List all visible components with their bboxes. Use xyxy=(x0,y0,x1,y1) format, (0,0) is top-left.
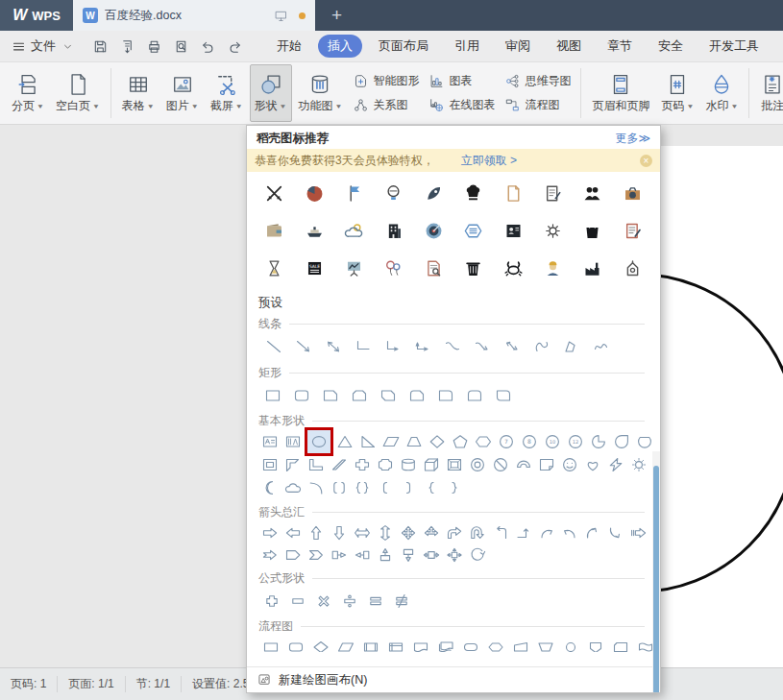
shape-arc[interactable] xyxy=(305,476,328,499)
shape-frame[interactable] xyxy=(258,453,281,476)
status-item-1[interactable]: 页码: 1 xyxy=(0,676,57,692)
smart-graphic-button[interactable]: 智能图形 xyxy=(351,71,421,92)
shape-triangle[interactable] xyxy=(333,430,356,453)
shape-corner[interactable] xyxy=(305,453,328,476)
trash-bin-icon[interactable] xyxy=(453,250,493,287)
shape-dodecagon[interactable]: 12 xyxy=(564,430,587,453)
comment-button[interactable]: 批注 xyxy=(755,64,783,122)
shape-left-arrow[interactable] xyxy=(281,521,305,543)
shape-process[interactable] xyxy=(258,636,283,652)
home-alarm-icon[interactable] xyxy=(613,250,652,287)
shape-circular-arrow[interactable] xyxy=(466,543,489,566)
blank-page-button[interactable]: 空白页▼ xyxy=(51,64,105,122)
shape-line-arrow[interactable] xyxy=(288,333,318,360)
shape-preparation[interactable] xyxy=(483,636,508,652)
menu-tab-8[interactable]: 安全 xyxy=(648,35,693,58)
shape-round-diagonal[interactable] xyxy=(489,382,518,408)
shape-elbow-double-arrow[interactable] xyxy=(407,333,437,360)
shape-double-brace[interactable] xyxy=(351,476,374,499)
dartboard-icon[interactable] xyxy=(414,212,453,250)
shape-up-down-arrow[interactable] xyxy=(374,521,397,543)
flag-icon[interactable] xyxy=(334,175,374,212)
shape-curved-right-arrow[interactable] xyxy=(535,521,558,543)
scrollbar[interactable] xyxy=(652,451,660,693)
menu-tab-6[interactable]: 视图 xyxy=(547,35,591,58)
shape-trapezoid[interactable] xyxy=(403,430,426,453)
shape-curve-arrow[interactable] xyxy=(467,333,497,360)
shape-block-arc[interactable] xyxy=(512,453,535,476)
shape-divide[interactable] xyxy=(336,588,362,614)
menu-tab-5[interactable]: 审阅 xyxy=(496,35,540,58)
relation-chart-button[interactable]: 关系图 xyxy=(351,95,421,116)
redo-icon[interactable] xyxy=(227,38,243,55)
shape-heptagon[interactable]: 7 xyxy=(495,430,518,453)
page-number-button[interactable]: 页码▼ xyxy=(656,64,698,122)
shape-hexagon[interactable] xyxy=(472,430,495,453)
shape-curved-left-arrow[interactable] xyxy=(558,521,581,543)
shape-bent-up-arrow[interactable] xyxy=(512,521,535,543)
shape-minus[interactable] xyxy=(284,588,310,614)
shape-left-up-arrow[interactable] xyxy=(489,521,512,543)
shape-equal[interactable] xyxy=(362,588,388,614)
factory-icon[interactable] xyxy=(573,250,612,287)
shape-right-arrow-callout[interactable] xyxy=(328,543,351,566)
new-drawing-canvas-item[interactable]: 新建绘图画布(N) xyxy=(247,666,660,692)
shape-bevel[interactable] xyxy=(443,453,466,476)
close-icon[interactable]: × xyxy=(640,155,652,167)
wps-logo[interactable]: WWPS xyxy=(0,0,73,31)
pie-chart-icon[interactable] xyxy=(294,175,333,212)
shape-left-bracket[interactable] xyxy=(374,476,397,499)
shapes-button[interactable]: 形状▼ xyxy=(250,64,292,122)
shape-double-bracket[interactable] xyxy=(328,476,351,499)
shape-s-curve[interactable] xyxy=(526,333,556,360)
chart-button[interactable]: 图表 xyxy=(427,71,497,92)
shape-curve[interactable] xyxy=(437,333,467,360)
shape-round-same-side[interactable] xyxy=(460,382,489,408)
shape-freeform[interactable] xyxy=(556,333,586,360)
shape-curved-up-arrow[interactable] xyxy=(581,521,604,543)
shape-elbow[interactable] xyxy=(348,333,378,360)
shape-round-corner[interactable] xyxy=(431,382,460,408)
document-tab[interactable]: W 百度经验.docx xyxy=(73,0,315,31)
cloud-sun-icon[interactable] xyxy=(334,212,374,250)
status-item-2[interactable]: 页面: 1/1 xyxy=(57,676,124,692)
shape-pentagon-arrow[interactable] xyxy=(281,543,305,566)
shape-diamond[interactable] xyxy=(426,430,449,453)
shape-snip-same-side[interactable] xyxy=(345,382,374,408)
id-card-icon[interactable] xyxy=(493,212,532,250)
shape-cloud[interactable] xyxy=(281,476,305,499)
screenshot-button[interactable]: 截屏▼ xyxy=(206,64,248,122)
shape-not-equal[interactable] xyxy=(388,588,414,614)
table-button[interactable]: 表格▼ xyxy=(117,64,159,122)
construction-worker-icon[interactable] xyxy=(533,250,573,287)
shape-rounded-rectangle[interactable] xyxy=(287,382,316,408)
shape-multidocument[interactable] xyxy=(433,636,458,652)
crossed-swords-icon[interactable] xyxy=(255,175,294,212)
shape-line[interactable] xyxy=(258,333,288,360)
menu-tab-1[interactable]: 开始 xyxy=(267,35,311,58)
crab-icon[interactable] xyxy=(493,250,532,287)
steamship-icon[interactable] xyxy=(294,212,333,250)
undo-icon[interactable] xyxy=(200,38,216,55)
menu-tab-4[interactable]: 引用 xyxy=(445,35,489,58)
watermark-button[interactable]: 水印▼ xyxy=(700,64,743,122)
shape-multiply[interactable] xyxy=(310,588,336,614)
function-chart-button[interactable]: 功能图▼ xyxy=(294,64,348,122)
menu-tab-2[interactable]: 插入 xyxy=(318,35,362,58)
shape-cylinder[interactable] xyxy=(397,453,420,476)
gear-sun-icon[interactable] xyxy=(533,212,573,250)
shape-left-arrow-callout[interactable] xyxy=(351,543,374,566)
export-pdf-icon[interactable] xyxy=(119,38,135,55)
shape-chevron-arrow[interactable] xyxy=(305,543,328,566)
shape-off-page-connector[interactable] xyxy=(583,636,608,652)
hourglass-icon[interactable] xyxy=(255,250,294,287)
online-chart-button[interactable]: 在线图表 xyxy=(427,95,497,116)
sale-board-icon[interactable]: SALE xyxy=(294,250,333,287)
shape-connector[interactable] xyxy=(558,636,583,652)
menu-tab-9[interactable]: 开发工具 xyxy=(699,35,769,58)
shape-decision[interactable] xyxy=(308,636,333,652)
promo-claim-link[interactable]: 立即领取 > xyxy=(461,153,517,169)
shape-card[interactable] xyxy=(608,636,633,652)
shape-elbow-arrow[interactable] xyxy=(378,333,407,360)
page-break-button[interactable]: 分页▼ xyxy=(7,64,49,122)
